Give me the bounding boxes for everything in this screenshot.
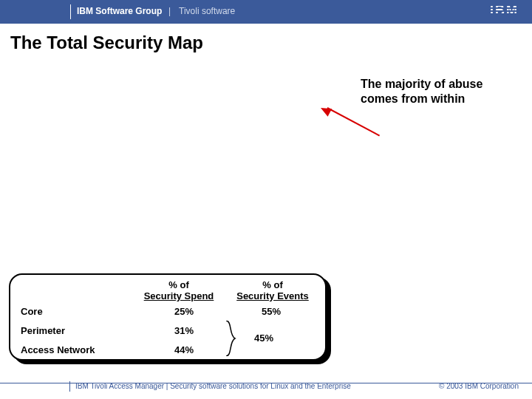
ibm-logo: IBM [490,3,519,18]
row-label-access: Access Network [21,344,95,355]
header-divider: | [168,6,171,16]
col-header-events-line2: Security Events [225,290,321,301]
row-label-perimeter: Perimeter [21,325,65,336]
arrow-icon [316,107,383,140]
security-table: % of Security Spend % of Security Events… [9,273,327,361]
header-bar: IBM Software Group | Tivoli software IBM [0,0,532,24]
header-product: Tivoli software [179,6,235,16]
footer-rule [69,381,70,392]
row-label-core: Core [21,306,43,317]
header-rule [70,4,71,19]
callout-text: The majority of abuse comes from within [361,77,508,106]
cell-perimeter-spend: 31% [143,325,225,336]
cell-core-events: 55% [231,306,312,317]
header-group: IBM Software Group [77,6,162,16]
footer-right: © 2003 IBM Corporation [439,382,519,390]
col-header-events: % of Security Events [225,279,321,301]
footer-left: IBM Tivoli Access Manager | Security sof… [75,382,351,390]
cell-access-spend: 44% [143,344,225,355]
slide: IBM Software Group | Tivoli software IBM… [0,0,532,399]
brace-icon [225,321,239,356]
col-header-spend-line1: % of [127,279,231,290]
cell-core-spend: 25% [143,306,225,317]
col-header-events-line1: % of [225,279,321,290]
col-header-spend: % of Security Spend [127,279,231,301]
cell-combined-events: 45% [254,332,273,344]
col-header-spend-line2: Security Spend [127,290,231,301]
page-title: The Total Security Map [10,33,203,53]
footer: IBM Tivoli Access Manager | Security sof… [0,380,532,395]
